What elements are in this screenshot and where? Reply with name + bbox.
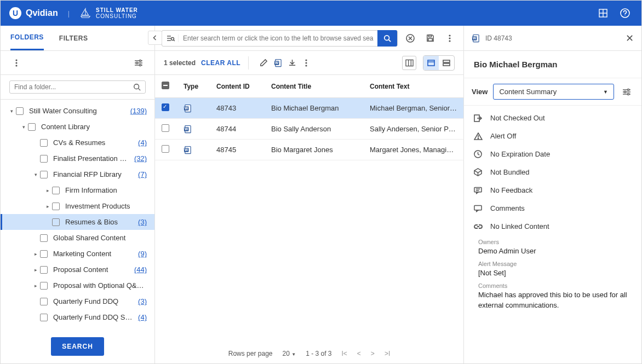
detail-checked-out[interactable]: Not Checked Out: [468, 109, 637, 127]
page-prev-icon[interactable]: <: [357, 350, 361, 357]
save-search-icon[interactable]: [423, 31, 437, 45]
tree-row[interactable]: Finalist Presentation Slides(32): [1, 151, 154, 166]
tree-row[interactable]: ▾Financial RFP Library(7): [1, 166, 154, 182]
search-go-button[interactable]: [377, 30, 397, 47]
tree-row[interactable]: CVs & Resumes(4): [1, 135, 154, 151]
edit-icon[interactable]: [256, 56, 271, 70]
tree-count[interactable]: (139): [130, 107, 147, 115]
tree-count[interactable]: (4): [138, 138, 147, 147]
table-row[interactable]: W48745Bio Margaret JonesMargaret Jones, …: [155, 140, 463, 160]
find-folder-input[interactable]: [14, 83, 133, 91]
select-all-checkbox[interactable]: [162, 82, 169, 89]
chevron-down-icon[interactable]: ▾: [7, 108, 16, 114]
chevron-down-icon[interactable]: ▾: [31, 172, 40, 177]
tree-row[interactable]: ▸Investment Products: [1, 198, 154, 214]
rows-per-page-value[interactable]: 20 ▼: [283, 350, 296, 357]
tree-checkbox[interactable]: [40, 155, 48, 163]
tree-checkbox[interactable]: [40, 330, 48, 330]
tree-count[interactable]: (3): [138, 297, 147, 305]
tree-checkbox[interactable]: [52, 218, 60, 226]
tree-checkbox[interactable]: [40, 171, 48, 178]
view-select[interactable]: Content Summary ▼: [493, 84, 614, 100]
tree-count[interactable]: (9): [138, 250, 147, 258]
more-icon[interactable]: [9, 56, 24, 70]
tree-count[interactable]: (32): [134, 154, 147, 163]
tree-row[interactable]: ▸Firm Information: [1, 182, 154, 198]
tree-row[interactable]: Quarterly Fund DDQ Slides(4): [1, 309, 154, 325]
tree-row[interactable]: ▸Marketing Content(9): [1, 246, 154, 262]
tree-checkbox[interactable]: [40, 250, 48, 258]
tree-row[interactable]: RFI/RFP Answers(62): [1, 325, 154, 330]
col-title[interactable]: Content Title: [265, 75, 363, 98]
detail-linked[interactable]: No Linked Content: [468, 217, 637, 235]
chevron-right-icon[interactable]: ▸: [31, 267, 40, 273]
chevron-right-icon[interactable]: ▸: [43, 204, 52, 209]
help-icon[interactable]: [617, 5, 633, 21]
page-last-icon[interactable]: >I: [385, 350, 390, 357]
tree-checkbox[interactable]: [40, 282, 48, 290]
tree-checkbox[interactable]: [40, 139, 48, 147]
chevron-down-icon[interactable]: ▾: [19, 124, 28, 130]
table-row[interactable]: W48744Bio Sally AndersonSally Andersen, …: [155, 119, 463, 140]
tree-count[interactable]: (44): [134, 265, 147, 274]
clear-all-button[interactable]: CLEAR ALL: [201, 59, 240, 67]
view-list-icon[interactable]: [423, 56, 439, 70]
word-doc-icon[interactable]: W: [271, 56, 285, 70]
filter-settings-icon[interactable]: [131, 56, 146, 70]
tree-row[interactable]: ▾Still Water Consulting(139): [1, 103, 154, 119]
tree-count[interactable]: (3): [138, 218, 147, 226]
page-next-icon[interactable]: >: [371, 350, 375, 357]
col-text[interactable]: Content Text: [363, 75, 463, 98]
page-first-icon[interactable]: I<: [342, 350, 347, 357]
search-button[interactable]: SEARCH: [51, 337, 104, 356]
find-folder-field[interactable]: [9, 80, 146, 94]
grid-icon[interactable]: [595, 5, 611, 21]
col-id[interactable]: Content ID: [210, 75, 265, 98]
tree-row[interactable]: Quarterly Fund DDQ(3): [1, 293, 154, 309]
partner-logo[interactable]: STILL WATER CONSULTING: [79, 7, 138, 20]
row-checkbox[interactable]: [162, 124, 169, 132]
view-rows-icon[interactable]: [439, 56, 454, 70]
more-search-icon[interactable]: [443, 31, 457, 45]
collapse-left-button[interactable]: [148, 31, 162, 45]
tree-row[interactable]: Resumes & Bios(3): [1, 214, 154, 230]
tree-checkbox[interactable]: [40, 314, 48, 321]
row-checkbox[interactable]: [162, 103, 169, 111]
chevron-right-icon[interactable]: ▸: [31, 251, 40, 257]
detail-comments[interactable]: Comments: [468, 199, 637, 217]
download-icon[interactable]: [285, 56, 299, 70]
tree-checkbox[interactable]: [40, 298, 48, 305]
main-search-field[interactable]: [162, 30, 398, 47]
clear-search-icon[interactable]: [403, 31, 417, 45]
table-row[interactable]: W48743Bio Michael BergmanMichael Bergman…: [155, 98, 463, 119]
col-type[interactable]: Type: [177, 75, 210, 98]
columns-icon[interactable]: [402, 56, 416, 70]
view-settings-icon[interactable]: [620, 85, 634, 99]
tree-row[interactable]: Global Shared Content: [1, 230, 154, 246]
tab-folders[interactable]: FOLDERS: [10, 26, 44, 50]
tree-count[interactable]: (4): [138, 313, 147, 321]
tree-row[interactable]: ▸Proposal with Optional Q&A Doc Type: [1, 278, 154, 293]
detail-bundled[interactable]: Not Bundled: [468, 163, 637, 181]
tree-row[interactable]: ▸Proposal Content(44): [1, 262, 154, 278]
row-checkbox[interactable]: [162, 145, 169, 153]
search-icon[interactable]: [133, 83, 141, 91]
chevron-right-icon[interactable]: ▸: [31, 283, 40, 288]
main-search-input[interactable]: [179, 34, 378, 42]
detail-expiration[interactable]: No Expiration Date: [468, 145, 637, 163]
saved-search-icon[interactable]: [162, 34, 179, 42]
tree-count[interactable]: (62): [134, 329, 147, 330]
qvidian-logo[interactable]: U Qvidian: [9, 7, 58, 19]
tree-checkbox[interactable]: [52, 187, 60, 194]
close-icon[interactable]: ✕: [626, 32, 634, 44]
tree-count[interactable]: (7): [138, 170, 147, 178]
detail-alert[interactable]: Alert Off: [468, 127, 637, 145]
tree-checkbox[interactable]: [40, 266, 48, 274]
tree-row[interactable]: ▾Content Library: [1, 119, 154, 135]
tree-checkbox[interactable]: [16, 107, 24, 115]
tree-checkbox[interactable]: [52, 203, 60, 210]
toolbar-more-icon[interactable]: [299, 56, 313, 70]
tree-checkbox[interactable]: [28, 123, 36, 131]
chevron-right-icon[interactable]: ▸: [43, 188, 52, 193]
tab-filters[interactable]: FILTERS: [59, 27, 88, 50]
